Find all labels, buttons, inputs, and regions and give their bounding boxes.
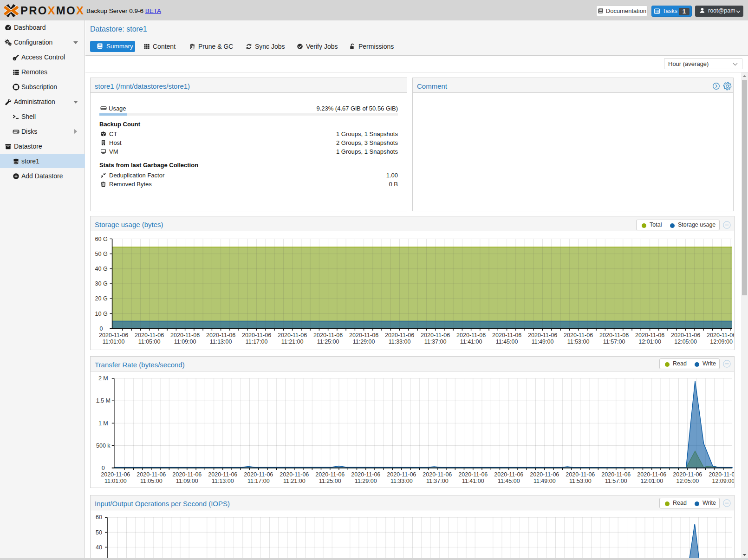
- svg-text:2020-11-06: 2020-11-06: [351, 471, 380, 478]
- svg-text:11:41:00: 11:41:00: [462, 478, 484, 484]
- svg-text:11:17:00: 11:17:00: [246, 339, 268, 345]
- svg-text:2020-11-06: 2020-11-06: [387, 471, 416, 478]
- svg-text:11:37:00: 11:37:00: [424, 339, 447, 345]
- svg-text:11:25:00: 11:25:00: [317, 339, 339, 345]
- svg-text:11:45:00: 11:45:00: [496, 339, 518, 345]
- svg-text:2020-11-06: 2020-11-06: [458, 471, 488, 478]
- svg-text:2020-11-06: 2020-11-06: [423, 471, 452, 478]
- svg-text:2020-11-06: 2020-11-06: [172, 471, 202, 478]
- svg-text:11:01:00: 11:01:00: [104, 478, 127, 484]
- svg-text:20 G: 20 G: [95, 295, 108, 302]
- svg-text:1 M: 1 M: [98, 420, 108, 427]
- svg-text:11:01:00: 11:01:00: [103, 339, 125, 345]
- svg-text:500 k: 500 k: [96, 443, 111, 449]
- svg-text:2020-11-06: 2020-11-06: [99, 332, 128, 339]
- svg-text:2020-11-06: 2020-11-06: [242, 332, 271, 339]
- svg-text:2020-11-06: 2020-11-06: [528, 332, 557, 339]
- svg-text:2020-11-06: 2020-11-06: [313, 332, 343, 339]
- svg-text:50: 50: [96, 529, 102, 536]
- svg-text:12:01:00: 12:01:00: [638, 339, 661, 345]
- svg-text:11:17:00: 11:17:00: [247, 478, 270, 484]
- svg-text:2020-11-06: 2020-11-06: [244, 471, 273, 478]
- svg-text:40 G: 40 G: [95, 266, 108, 272]
- svg-text:11:13:00: 11:13:00: [212, 478, 234, 484]
- svg-text:2020-11-06: 2020-11-06: [280, 471, 309, 478]
- svg-text:50 G: 50 G: [95, 251, 108, 257]
- svg-text:10 G: 10 G: [95, 311, 108, 317]
- svg-text:2020-11-06: 2020-11-06: [671, 332, 700, 339]
- svg-text:2020-11-06: 2020-11-06: [206, 332, 235, 339]
- svg-text:2020-11-06: 2020-11-06: [564, 332, 593, 339]
- svg-text:2020-11-06: 2020-11-06: [709, 471, 734, 478]
- svg-text:11:25:00: 11:25:00: [319, 478, 341, 484]
- svg-text:0: 0: [100, 326, 103, 332]
- svg-text:2020-11-06: 2020-11-06: [566, 471, 595, 478]
- svg-text:2020-11-06: 2020-11-06: [635, 332, 664, 339]
- svg-text:2020-11-06: 2020-11-06: [385, 332, 414, 339]
- svg-text:30 G: 30 G: [95, 280, 108, 287]
- svg-text:2020-11-06: 2020-11-06: [673, 471, 702, 478]
- svg-text:2020-11-06: 2020-11-06: [135, 332, 164, 339]
- svg-text:2020-11-06: 2020-11-06: [137, 471, 166, 478]
- svg-text:12:05:00: 12:05:00: [674, 339, 697, 345]
- svg-text:40: 40: [96, 544, 102, 551]
- svg-text:12:01:00: 12:01:00: [640, 478, 663, 484]
- svg-text:11:41:00: 11:41:00: [460, 339, 482, 345]
- svg-text:11:09:00: 11:09:00: [174, 339, 196, 345]
- svg-text:11:09:00: 11:09:00: [176, 478, 198, 484]
- svg-text:11:57:00: 11:57:00: [605, 478, 627, 484]
- svg-text:2020-11-06: 2020-11-06: [278, 332, 307, 339]
- svg-text:11:29:00: 11:29:00: [355, 478, 377, 484]
- svg-text:12:05:00: 12:05:00: [676, 478, 699, 484]
- svg-text:11:33:00: 11:33:00: [390, 478, 413, 484]
- svg-text:2020-11-06: 2020-11-06: [101, 471, 130, 478]
- svg-text:2020-11-06: 2020-11-06: [494, 471, 523, 478]
- svg-text:2 M: 2 M: [98, 375, 108, 382]
- svg-text:11:05:00: 11:05:00: [138, 339, 161, 345]
- svg-text:2020-11-06: 2020-11-06: [208, 471, 237, 478]
- svg-text:2020-11-06: 2020-11-06: [599, 332, 629, 339]
- svg-text:11:53:00: 11:53:00: [567, 339, 590, 345]
- svg-text:11:29:00: 11:29:00: [353, 339, 375, 345]
- svg-text:11:21:00: 11:21:00: [283, 478, 306, 484]
- svg-text:12:09:00: 12:09:00: [712, 478, 734, 484]
- svg-text:2020-11-06: 2020-11-06: [170, 332, 200, 339]
- svg-text:2020-11-06: 2020-11-06: [637, 471, 666, 478]
- svg-text:2020-11-06: 2020-11-06: [530, 471, 559, 478]
- svg-text:2020-11-06: 2020-11-06: [349, 332, 378, 339]
- svg-text:2020-11-06: 2020-11-06: [601, 471, 631, 478]
- svg-text:2020-11-06: 2020-11-06: [707, 332, 734, 339]
- svg-text:60: 60: [96, 514, 102, 521]
- svg-text:60 G: 60 G: [95, 236, 108, 242]
- svg-text:11:53:00: 11:53:00: [569, 478, 592, 484]
- svg-text:2020-11-06: 2020-11-06: [492, 332, 521, 339]
- svg-text:2020-11-06: 2020-11-06: [315, 471, 345, 478]
- svg-text:11:45:00: 11:45:00: [498, 478, 520, 484]
- svg-text:0: 0: [102, 465, 105, 471]
- svg-text:2020-11-06: 2020-11-06: [456, 332, 486, 339]
- svg-text:11:49:00: 11:49:00: [533, 478, 556, 484]
- svg-text:11:13:00: 11:13:00: [210, 339, 232, 345]
- svg-text:11:37:00: 11:37:00: [426, 478, 449, 484]
- svg-text:11:21:00: 11:21:00: [281, 339, 304, 345]
- svg-text:11:33:00: 11:33:00: [389, 339, 411, 345]
- svg-text:2020-11-06: 2020-11-06: [421, 332, 450, 339]
- svg-text:11:05:00: 11:05:00: [140, 478, 163, 484]
- svg-text:1.5 M: 1.5 M: [96, 397, 111, 404]
- svg-text:11:49:00: 11:49:00: [532, 339, 554, 345]
- svg-text:11:57:00: 11:57:00: [603, 339, 625, 345]
- svg-text:12:09:00: 12:09:00: [710, 339, 733, 345]
